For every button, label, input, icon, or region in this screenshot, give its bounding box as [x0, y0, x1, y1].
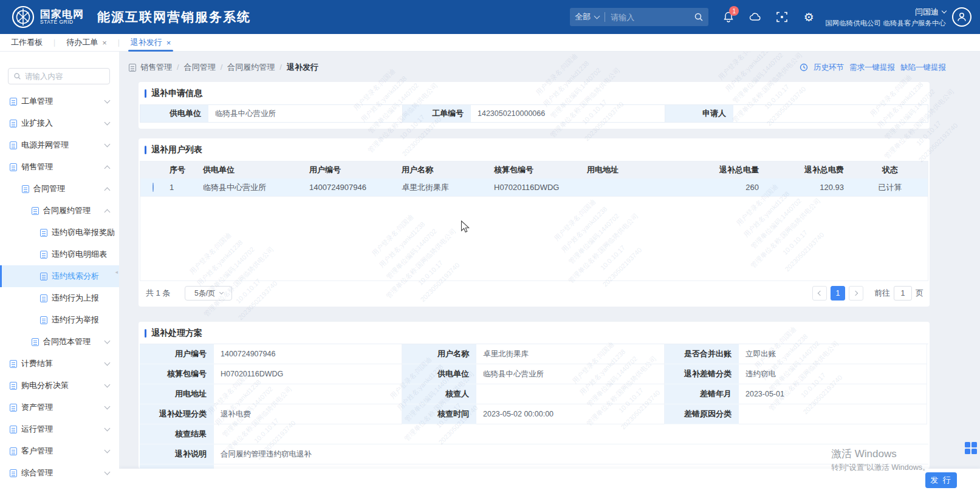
demand-submit-link[interactable]: 需求一键提报 [849, 63, 895, 73]
page-size-select[interactable]: 5条/页 [185, 286, 232, 301]
sidebar-search-input[interactable] [25, 72, 105, 81]
plan-row: 用户编号 1400724907946 用户名称 卓里北街果库 是否合并出账 立即… [140, 344, 928, 364]
field-label: 用电地址 [140, 384, 214, 404]
plan-row: 用电地址 核查人 差错年月 2023-05-01 [140, 384, 928, 404]
table-row[interactable]: 1 临猗县中心营业所 1400724907946 卓里北街果库 H0702011… [140, 178, 928, 197]
sidebar-item-breach-behavior-report[interactable]: 违约行为上报 [0, 287, 119, 309]
section-title-user-list: 退补用户列表 [139, 138, 930, 155]
sidebar-item-grid-connection-mgmt[interactable]: 电源并网管理 [0, 134, 119, 156]
field-label: 退补差错分类 [665, 364, 739, 384]
pager-controls: 1 前往 页 [809, 286, 923, 301]
field-value [733, 105, 928, 122]
field-label: 退补说明 [140, 444, 214, 464]
section-title-apply: 退补申请信息 [139, 82, 930, 99]
tab-refund-issue[interactable]: 退补发行 × [127, 34, 175, 52]
close-icon[interactable]: × [102, 39, 107, 47]
cloud-button[interactable] [749, 10, 762, 24]
sidebar-item-asset-mgmt[interactable]: 资产管理 [0, 396, 119, 418]
sidebar-item-label: 资产管理 [21, 402, 53, 413]
settings-button[interactable]: ⚙ [802, 10, 815, 24]
field-value: 2023-05-01 [739, 384, 927, 404]
prev-page-button[interactable] [812, 286, 827, 301]
tab-work-board[interactable]: 工作看板 [7, 34, 46, 52]
chevron-right-icon [853, 291, 858, 296]
issue-button[interactable]: 发 行 [925, 472, 957, 488]
row-radio-button[interactable] [152, 183, 154, 192]
field-label: 核查时间 [402, 404, 476, 424]
sidebar-item-theft-detail-table[interactable]: 违约窃电明细表 [0, 243, 119, 265]
page-button-current[interactable]: 1 [831, 286, 845, 301]
field-applicant: 申请人 [665, 105, 928, 122]
plan-grid: 用户编号 1400724907946 用户名称 卓里北街果库 是否合并出账 立即… [140, 344, 928, 469]
field-value [214, 424, 928, 444]
document-icon [10, 404, 17, 412]
next-page-button[interactable] [849, 286, 863, 301]
user-name-menu[interactable]: 闫国迪 [825, 7, 946, 18]
field-label: 供电单位 [402, 364, 476, 384]
breadcrumb-item: 销售管理 [140, 62, 184, 73]
cell-user-no: 1400724907946 [304, 183, 397, 192]
sidebar-item-label: 违约线索分析 [52, 271, 99, 282]
cloud-icon [749, 10, 762, 24]
col-header: 用电地址 [582, 165, 704, 175]
plan-row-refund-note: 退补说明 合同履约管理违约窃电退补 [140, 444, 928, 464]
close-icon[interactable]: × [166, 39, 171, 47]
field-label: 用户名称 [402, 344, 476, 364]
field-value: 卓里北街果库 [476, 344, 665, 364]
gear-icon: ⚙ [804, 12, 814, 23]
sidebar-item-contract-template-mgmt[interactable]: 合同范本管理 [0, 331, 119, 353]
tab-pending-orders[interactable]: 待办工单 × [63, 34, 111, 52]
app-title: 能源互联网营销服务系统 [97, 8, 251, 25]
global-search-input[interactable] [611, 13, 694, 22]
sidebar-item-business-expansion[interactable]: 业扩接入 [0, 112, 119, 134]
cell-total-energy: 260 [704, 183, 780, 192]
table-header-row: 序号 供电单位 用户编号 用户名称 核算包编号 用电地址 退补总电量 退补总电费… [140, 161, 928, 178]
sidebar-scroll-arrow[interactable]: ◂ [115, 269, 118, 275]
sidebar-item-contract-performance-mgmt[interactable]: 合同履约管理 [0, 200, 119, 222]
search-icon[interactable] [694, 12, 704, 22]
floating-widget-grid-icon[interactable] [965, 442, 977, 454]
brand-text: 国家电网 STATE GRID [40, 9, 84, 25]
section-title-plan: 退补处理方案 [139, 322, 930, 339]
sidebar-item-label: 销售管理 [21, 161, 53, 172]
history-steps-link[interactable]: 历史环节 [814, 63, 844, 73]
chevron-up-icon [105, 187, 111, 193]
sidebar-item-comprehensive-mgmt[interactable]: 综合管理 [0, 462, 119, 484]
sidebar-item-theft-report-reward[interactable]: 违约窃电举报奖励 [0, 222, 119, 243]
goto-page-input[interactable] [894, 286, 912, 301]
section-title-text: 退补处理方案 [151, 328, 202, 339]
sidebar-item-breach-behavior-tipoff[interactable]: 违约行为举报 [0, 309, 119, 331]
sidebar-item-label: 合同履约管理 [43, 205, 91, 216]
chevron-down-icon [105, 360, 111, 366]
avatar[interactable] [952, 7, 971, 27]
user-info-block: 闫国迪 国网临猗供电公司 临猗县客户服务中心 [825, 7, 946, 28]
sidebar-item-work-order-mgmt[interactable]: 工单管理 [0, 90, 119, 112]
sidebar-item-label: 运行管理 [21, 424, 53, 435]
breadcrumb-row: 销售管理 合同管理 合同履约管理 退补发行 历史环节 需求一键提报 缺陷一键提报 [129, 59, 946, 75]
chevron-left-icon [818, 291, 823, 296]
sidebar-item-operation-mgmt[interactable]: 运行管理 [0, 418, 119, 440]
sidebar-item-breach-clue-analysis[interactable]: 违约线索分析 [0, 265, 119, 287]
tab-label: 退补发行 [131, 37, 162, 48]
col-header: 退补总电费 [780, 165, 852, 175]
sidebar-item-power-purchase-analysis[interactable]: 购电分析决策 [0, 375, 119, 396]
plan-row: 退补处理分类 退补电费 核查时间 2023-05-02 00:00:00 差错原… [140, 404, 928, 424]
widget-square [965, 449, 970, 454]
document-icon [40, 294, 47, 302]
sidebar-item-customer-mgmt[interactable]: 客户管理 [0, 440, 119, 462]
document-icon [40, 273, 47, 280]
sidebar-item-sales-mgmt[interactable]: 销售管理 [0, 156, 119, 178]
chevron-down-icon [219, 290, 224, 294]
fullscreen-scan-button[interactable] [775, 10, 789, 24]
notification-bell-button[interactable]: 1 [722, 10, 735, 24]
defect-submit-link[interactable]: 缺陷一键提报 [900, 63, 946, 73]
field-value [476, 384, 665, 404]
sidebar-item-billing-settlement[interactable]: 计费结算 [0, 353, 119, 375]
global-search: 全部 [570, 8, 708, 26]
search-scope-select[interactable]: 全部 [575, 12, 599, 22]
sidebar-item-label: 电源并网管理 [21, 140, 69, 151]
field-label: 是否合并出账 [665, 344, 739, 364]
document-icon [22, 185, 29, 193]
header-right-area: 全部 1 [570, 0, 971, 34]
sidebar-item-contract-mgmt[interactable]: 合同管理 [0, 178, 119, 200]
